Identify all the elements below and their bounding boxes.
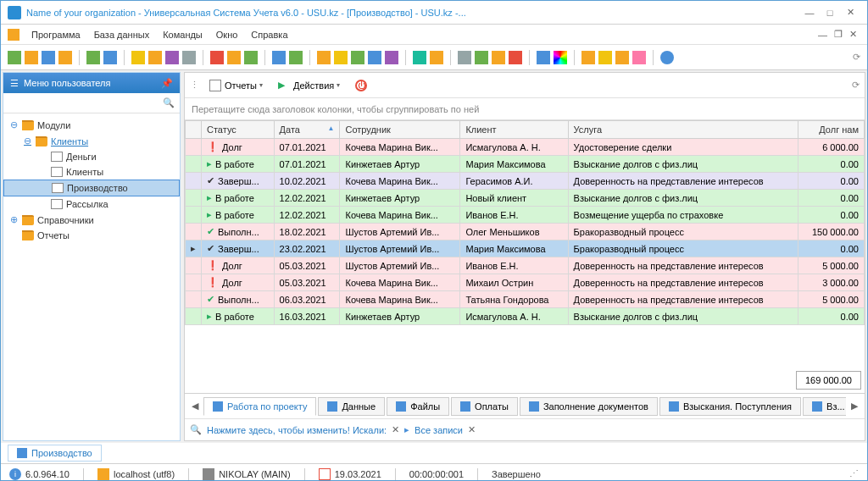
table-row[interactable]: ✔Заверш...10.02.2021Кочева Марина Вик...…: [186, 173, 865, 190]
column-header-0[interactable]: Статус: [202, 121, 275, 139]
tree-item-4[interactable]: Производство: [3, 180, 180, 196]
menu-program[interactable]: Программа: [25, 30, 87, 40]
detail-tab-2[interactable]: Файлы: [387, 397, 449, 416]
column-header-4[interactable]: Услуга: [568, 121, 798, 139]
detail-tab-5[interactable]: Взыскания. Поступления: [659, 397, 801, 416]
table-row[interactable]: ❗Долг05.03.2021Кочева Марина Вик...Михаи…: [186, 274, 865, 291]
row-selector-header[interactable]: [186, 121, 202, 139]
filter-clear-button[interactable]: ✕: [392, 424, 399, 435]
detail-tab-4[interactable]: Заполнение документов: [520, 397, 658, 416]
detail-tab-6[interactable]: Вз...: [803, 397, 846, 416]
column-header-3[interactable]: Клиент: [460, 121, 568, 139]
toolbar-pic-icon[interactable]: [458, 51, 471, 64]
menu-commands[interactable]: Команды: [156, 30, 209, 40]
toolbar-chk-icon[interactable]: [475, 51, 488, 64]
toolbar-copy-icon[interactable]: [58, 51, 72, 64]
toolbar-lock-icon[interactable]: [598, 51, 612, 64]
tree-item-2[interactable]: Деньги: [3, 149, 180, 164]
tabs-next-button[interactable]: ▶: [848, 401, 861, 412]
cell-status: ✔Выполн...: [202, 291, 275, 308]
filter-all-link[interactable]: Все записи: [415, 425, 463, 435]
toolbar-columns-icon[interactable]: [182, 51, 196, 64]
toolbar-filter-icon[interactable]: [131, 51, 145, 64]
detail-tab-0[interactable]: Работа по проекту: [203, 397, 316, 416]
toolbar-color-icon[interactable]: [554, 51, 567, 64]
toolbar-rss-icon[interactable]: [581, 51, 595, 64]
toolbar-print-icon[interactable]: [368, 51, 381, 64]
menu-help[interactable]: Справка: [244, 30, 294, 40]
cell-client: Татьяна Гондорова: [460, 291, 568, 308]
tree-item-3[interactable]: Клиенты: [3, 164, 180, 180]
menu-window[interactable]: Окно: [209, 30, 245, 40]
mdi-restore-button[interactable]: ❐: [831, 29, 846, 40]
filter-all-clear-button[interactable]: ✕: [468, 424, 476, 435]
panel-reload-icon[interactable]: ⟳: [852, 80, 860, 91]
actions-button[interactable]: ▶ Действия ▾: [273, 77, 345, 94]
toolbar-cal-icon[interactable]: [509, 51, 522, 64]
column-header-2[interactable]: Сотрудник: [340, 121, 460, 139]
table-row[interactable]: ✔Выполн...06.03.2021Кочева Марина Вик...…: [186, 291, 865, 308]
toolbar-edit-icon[interactable]: [42, 51, 55, 64]
mdi-minimize-button[interactable]: —: [815, 30, 831, 40]
table-row[interactable]: ▸В работе12.02.2021Кочева Марина Вик...И…: [186, 207, 865, 224]
toolbar-tag-icon[interactable]: [244, 51, 258, 64]
toolbar-preview-icon[interactable]: [385, 51, 398, 64]
minimize-button[interactable]: —: [799, 8, 820, 18]
column-header-5[interactable]: Долг нам: [798, 121, 865, 139]
detail-tab-1[interactable]: Данные: [318, 397, 385, 416]
toolbar-refresh-icon[interactable]: [86, 51, 100, 64]
close-button[interactable]: ✕: [840, 7, 860, 18]
toolbar-app2-icon[interactable]: [289, 51, 303, 64]
pin-icon[interactable]: 📌: [161, 78, 173, 89]
toolbar-mark-icon[interactable]: [227, 51, 241, 64]
column-header-1[interactable]: Дата▲: [274, 121, 340, 139]
tree-toggle-icon[interactable]: ⊕: [10, 214, 20, 225]
toolbar-search-icon[interactable]: [103, 51, 117, 64]
toolbar-sort-icon[interactable]: [148, 51, 162, 64]
reports-button[interactable]: Отчеты ▾: [204, 77, 268, 94]
table-row[interactable]: ▸В работе12.02.2021Кинжетаев АртурНовый …: [186, 190, 865, 207]
filter-edit-link[interactable]: Нажмите здесь, чтобы изменить! Искали:: [207, 425, 387, 435]
maximize-button[interactable]: □: [820, 8, 840, 18]
table-row[interactable]: ▸В работе16.03.2021Кинжетаев АртурИсмагу…: [186, 308, 865, 325]
table-row[interactable]: ✔Выполн...18.02.2021Шустов Артемий Ив...…: [186, 224, 865, 240]
tree-item-0[interactable]: ⊖Модули: [3, 117, 180, 133]
table-row[interactable]: ▸✔Заверш...23.02.2021Шустов Артемий Ив..…: [186, 240, 865, 257]
hamburger-icon[interactable]: ☰: [10, 78, 19, 89]
toolbar-star-icon[interactable]: [413, 51, 426, 64]
toolbar-app1-icon[interactable]: [272, 51, 286, 64]
tree-item-7[interactable]: Отчеты: [3, 228, 180, 243]
toolbar-fav-icon[interactable]: [430, 51, 443, 64]
table-row[interactable]: ❗Долг05.03.2021Шустов Артемий Ив...Ивано…: [186, 257, 865, 274]
toolbar-clock-icon[interactable]: [492, 51, 505, 64]
power-button[interactable]: ⏻: [350, 77, 372, 94]
table-row[interactable]: ❗Долг07.01.2021Кочева Марина Вик...Исмаг…: [186, 139, 865, 156]
sidebar-search[interactable]: 🔍: [3, 93, 180, 113]
toolbar-user-icon[interactable]: [632, 51, 646, 64]
toolbar-import-icon[interactable]: [317, 51, 331, 64]
toolbar-gear-icon[interactable]: [537, 51, 550, 64]
tree-item-6[interactable]: ⊕Справочники: [3, 212, 180, 228]
tree-item-5[interactable]: Рассылка: [3, 196, 180, 212]
tree-toggle-icon[interactable]: ⊖: [24, 135, 34, 147]
detail-tab-3[interactable]: Оплаты: [451, 397, 518, 416]
tree-toggle-icon[interactable]: ⊖: [10, 119, 20, 130]
menu-database[interactable]: База данных: [87, 30, 157, 40]
toolbar-reload-icon[interactable]: ⟳: [853, 52, 860, 63]
toolbar-open-icon[interactable]: [25, 51, 38, 64]
group-by-hint[interactable]: Перетащите сюда заголовок колонки, чтобы…: [185, 98, 865, 120]
tree-item-1[interactable]: ⊖Клиенты: [3, 133, 180, 149]
toolbar-info-icon[interactable]: [660, 51, 674, 64]
table-row[interactable]: ▸В работе07.01.2021Кинжетаев АртурМария …: [186, 156, 865, 173]
toolbar-export-icon[interactable]: [334, 51, 348, 64]
mdi-close-button[interactable]: ✕: [846, 29, 860, 40]
child-tab-production[interactable]: Производство: [8, 445, 102, 462]
toolbar-group-icon[interactable]: [165, 51, 179, 64]
data-grid[interactable]: СтатусДата▲СотрудникКлиентУслугаДолг нам…: [185, 120, 865, 368]
toolbar-new-icon[interactable]: [8, 51, 21, 64]
toolbar-excel-icon[interactable]: [351, 51, 364, 64]
resize-grip-icon[interactable]: ⋰: [849, 468, 859, 479]
toolbar-flag-icon[interactable]: [210, 51, 224, 64]
toolbar-users-icon[interactable]: [615, 51, 629, 64]
tabs-prev-button[interactable]: ◀: [188, 401, 202, 412]
